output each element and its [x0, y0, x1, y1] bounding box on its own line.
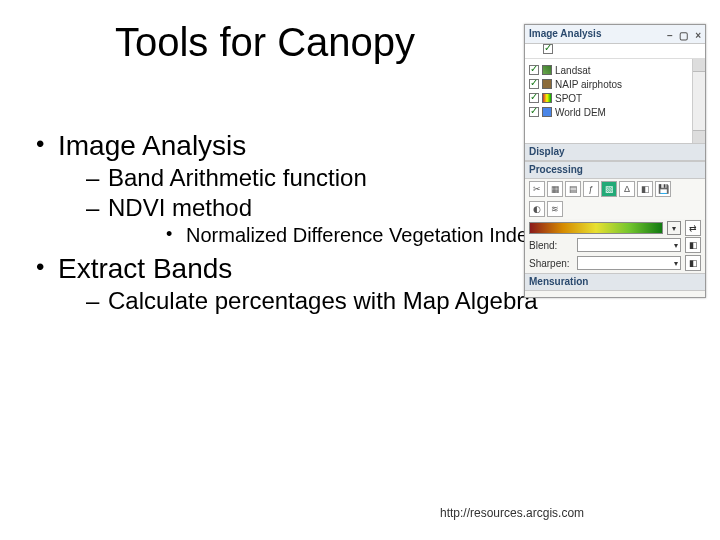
blend-action-icon[interactable]: ◧: [685, 237, 701, 253]
composite-icon[interactable]: ▤: [565, 181, 581, 197]
clip-icon[interactable]: ✂: [529, 181, 545, 197]
layer-swatch-icon: [542, 65, 552, 75]
blend-select[interactable]: ▾: [577, 238, 681, 252]
bullet-text: Image Analysis: [58, 130, 246, 161]
sharpen-select[interactable]: ▾: [577, 256, 681, 270]
layer-row[interactable]: NAIP airphotos: [529, 77, 701, 91]
sharpen-label: Sharpen:: [529, 258, 573, 269]
panel-title-text: Image Analysis: [529, 28, 601, 39]
layer-label: SPOT: [555, 93, 582, 104]
ndvi-icon[interactable]: ▧: [601, 181, 617, 197]
checkbox-icon[interactable]: [543, 44, 553, 54]
processing-toolbar: ✂ ▦ ▤ ƒ ▧ Δ ◧ 💾: [525, 179, 705, 199]
swap-icon[interactable]: ⇄: [685, 220, 701, 236]
layer-label: NAIP airphotos: [555, 79, 622, 90]
color-ramp[interactable]: [529, 222, 663, 234]
chevron-down-icon: ▾: [674, 241, 678, 250]
mask-icon[interactable]: ▦: [547, 181, 563, 197]
layer-row[interactable]: World DEM: [529, 105, 701, 119]
checkbox-icon[interactable]: [529, 107, 539, 117]
save-icon[interactable]: 💾: [655, 181, 671, 197]
image-analysis-panel: Image Analysis – ▢ × Landsat NAIP airpho…: [524, 24, 706, 298]
section-head-processing[interactable]: Processing: [525, 161, 705, 179]
layer-label: World DEM: [555, 107, 606, 118]
layer-swatch-icon: [542, 93, 552, 103]
bullet-text: NDVI method: [108, 194, 252, 221]
mosaic-icon[interactable]: ◧: [637, 181, 653, 197]
filter-icon[interactable]: ≋: [547, 201, 563, 217]
slide: Tools for Canopy Image Analysis Band Ari…: [0, 0, 720, 540]
blend-label: Blend:: [529, 240, 573, 251]
slide-title: Tools for Canopy: [0, 20, 530, 65]
layer-swatch-icon: [542, 79, 552, 89]
function-icon[interactable]: ƒ: [583, 181, 599, 197]
panel-options-row[interactable]: [525, 44, 705, 59]
source-url: http://resources.arcgis.com: [440, 506, 584, 520]
layer-swatch-icon: [542, 107, 552, 117]
color-ramp-row: ▾ ⇄: [529, 222, 701, 234]
layer-row[interactable]: SPOT: [529, 91, 701, 105]
blend-combo-row: Blend: ▾ ◧: [529, 237, 701, 253]
panel-layer-list[interactable]: Landsat NAIP airphotos SPOT World DEM: [525, 59, 705, 143]
section-head-mensuration[interactable]: Mensuration: [525, 273, 705, 291]
pan-sharpen-icon[interactable]: ◐: [529, 201, 545, 217]
section-head-display[interactable]: Display: [525, 143, 705, 161]
layer-label: Landsat: [555, 65, 591, 76]
scrollbar[interactable]: [692, 59, 705, 143]
chevron-down-icon: ▾: [674, 259, 678, 268]
sharpen-action-icon[interactable]: ◧: [685, 255, 701, 271]
window-controls[interactable]: – ▢ ×: [667, 27, 703, 45]
sharpen-combo-row: Sharpen: ▾ ◧: [529, 255, 701, 271]
panel-titlebar[interactable]: Image Analysis – ▢ ×: [525, 25, 705, 44]
checkbox-icon[interactable]: [529, 93, 539, 103]
processing-toolbar-2: ◐ ≋: [525, 199, 705, 219]
layer-row[interactable]: Landsat: [529, 63, 701, 77]
checkbox-icon[interactable]: [529, 79, 539, 89]
dropdown-icon[interactable]: ▾: [667, 221, 681, 235]
bullet-text: Extract Bands: [58, 253, 232, 284]
checkbox-icon[interactable]: [529, 65, 539, 75]
diff-icon[interactable]: Δ: [619, 181, 635, 197]
